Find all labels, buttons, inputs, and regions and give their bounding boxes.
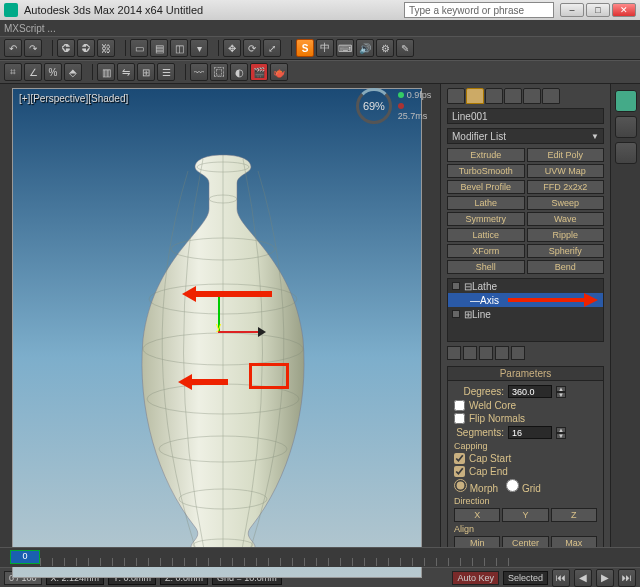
play-prev-button[interactable]: ◀ [574, 569, 592, 587]
ime-icon-3[interactable]: 🔊 [356, 39, 374, 57]
undo-button[interactable]: ↶ [4, 39, 22, 57]
scale-button[interactable]: ⤢ [263, 39, 281, 57]
tab-display[interactable] [523, 88, 541, 104]
search-input[interactable]: Type a keyword or phrase [404, 2, 554, 18]
cap-end-checkbox[interactable] [454, 466, 465, 477]
stack-item-line[interactable]: ⊞ Line [448, 307, 603, 321]
flip-normals-checkbox[interactable] [454, 413, 465, 424]
rail-button-3[interactable] [615, 142, 637, 164]
dir-x-button[interactable]: X [454, 508, 500, 522]
bind-button[interactable]: ⛓ [97, 39, 115, 57]
move-button[interactable]: ✥ [223, 39, 241, 57]
align-button[interactable]: ⊞ [137, 63, 155, 81]
perspective-viewport[interactable]: [+][Perspective][Shaded] [12, 88, 422, 578]
cap-start-checkbox[interactable] [454, 453, 465, 464]
show-end-result-icon[interactable] [463, 346, 477, 360]
angle-snap[interactable]: ∠ [24, 63, 42, 81]
mod-btn-ffd-2x2x2[interactable]: FFD 2x2x2 [527, 180, 605, 194]
rollout-header[interactable]: Parameters [448, 367, 603, 381]
stack-item-lathe[interactable]: ⊟ Lathe [448, 279, 603, 293]
mod-btn-turbosmooth[interactable]: TurboSmooth [447, 164, 525, 178]
mod-btn-edit-poly[interactable]: Edit Poly [527, 148, 605, 162]
material-editor[interactable]: ◐ [230, 63, 248, 81]
key-mode[interactable]: Selected [503, 571, 548, 585]
remove-modifier-icon[interactable] [495, 346, 509, 360]
minimize-button[interactable]: – [560, 3, 584, 17]
mod-btn-lattice[interactable]: Lattice [447, 228, 525, 242]
play-button[interactable]: ▶ [596, 569, 614, 587]
degrees-field[interactable]: 360.0 [508, 385, 552, 398]
menu-bar[interactable]: MXScript ... [0, 20, 640, 36]
mod-btn-ripple[interactable]: Ripple [527, 228, 605, 242]
render-setup[interactable]: 🎬 [250, 63, 268, 81]
mod-btn-symmetry[interactable]: Symmetry [447, 212, 525, 226]
ime-icon-5[interactable]: ✎ [396, 39, 414, 57]
autokey-button[interactable]: Auto Key [452, 571, 499, 585]
mod-btn-bend[interactable]: Bend [527, 260, 605, 274]
select-region-button[interactable]: ◫ [170, 39, 188, 57]
rotate-button[interactable]: ⟳ [243, 39, 261, 57]
menu-label[interactable]: MXScript ... [4, 23, 56, 34]
configure-sets-icon[interactable] [511, 346, 525, 360]
ime-icon-1[interactable]: 中 [316, 39, 334, 57]
mod-btn-lathe[interactable]: Lathe [447, 196, 525, 210]
mod-btn-spherify[interactable]: Spherify [527, 244, 605, 258]
mod-btn-xform[interactable]: XForm [447, 244, 525, 258]
close-button[interactable]: ✕ [612, 3, 636, 17]
gizmo-x-axis[interactable] [218, 331, 258, 333]
mirror-button[interactable]: ⇋ [117, 63, 135, 81]
segments-field[interactable]: 16 [508, 426, 552, 439]
input-method-icon[interactable]: S [296, 39, 314, 57]
align-min-button[interactable]: Min [454, 536, 500, 547]
rail-button-2[interactable] [615, 116, 637, 138]
object-name-field[interactable]: Line001 [447, 108, 604, 124]
tab-motion[interactable] [504, 88, 522, 104]
play-next-button[interactable]: ⏭ [618, 569, 636, 587]
morph-radio[interactable] [454, 479, 467, 492]
tab-modify[interactable] [466, 88, 484, 104]
vase-mesh[interactable] [93, 149, 353, 569]
select-button[interactable]: ▭ [130, 39, 148, 57]
viewport-area[interactable]: [+][Perspective][Shaded] [0, 84, 440, 547]
align-center-button[interactable]: Center [502, 536, 548, 547]
snap-toggle[interactable]: ⌗ [4, 63, 22, 81]
mod-btn-shell[interactable]: Shell [447, 260, 525, 274]
spin-down-icon[interactable]: ▼ [556, 433, 566, 439]
mod-btn-uvw-map[interactable]: UVW Map [527, 164, 605, 178]
pin-stack-icon[interactable] [447, 346, 461, 360]
dir-y-button[interactable]: Y [502, 508, 548, 522]
weld-core-checkbox[interactable] [454, 400, 465, 411]
tab-create[interactable] [447, 88, 465, 104]
mod-btn-wave[interactable]: Wave [527, 212, 605, 226]
link-button[interactable]: ⮈ [57, 39, 75, 57]
dir-z-button[interactable]: Z [551, 508, 597, 522]
spinner-snap[interactable]: ⬘ [64, 63, 82, 81]
curve-editor[interactable]: 〰 [190, 63, 208, 81]
mod-btn-sweep[interactable]: Sweep [527, 196, 605, 210]
make-unique-icon[interactable] [479, 346, 493, 360]
tab-hierarchy[interactable] [485, 88, 503, 104]
select-name-button[interactable]: ▤ [150, 39, 168, 57]
percent-snap[interactable]: % [44, 63, 62, 81]
ime-icon-4[interactable]: ⚙ [376, 39, 394, 57]
render-button[interactable]: 🫖 [270, 63, 288, 81]
modifier-stack[interactable]: ⊟ Lathe — Axis ⊞ Line [447, 278, 604, 342]
grid-radio[interactable] [506, 479, 519, 492]
ime-icon-2[interactable]: ⌨ [336, 39, 354, 57]
redo-button[interactable]: ↷ [24, 39, 42, 57]
time-slider[interactable]: 0 [10, 550, 40, 564]
filter-button[interactable]: ▾ [190, 39, 208, 57]
timeline[interactable]: 0 [0, 547, 640, 567]
maximize-button[interactable]: □ [586, 3, 610, 17]
align-max-button[interactable]: Max [551, 536, 597, 547]
named-sel[interactable]: ▥ [97, 63, 115, 81]
unlink-button[interactable]: ⮊ [77, 39, 95, 57]
mod-btn-bevel-profile[interactable]: Bevel Profile [447, 180, 525, 194]
stack-item-axis[interactable]: — Axis [448, 293, 603, 307]
mod-btn-extrude[interactable]: Extrude [447, 148, 525, 162]
viewport-label[interactable]: [+][Perspective][Shaded] [19, 93, 128, 104]
spin-down-icon[interactable]: ▼ [556, 392, 566, 398]
command-panel-tabs[interactable] [447, 88, 604, 104]
play-start-button[interactable]: ⏮ [552, 569, 570, 587]
layers-button[interactable]: ☰ [157, 63, 175, 81]
